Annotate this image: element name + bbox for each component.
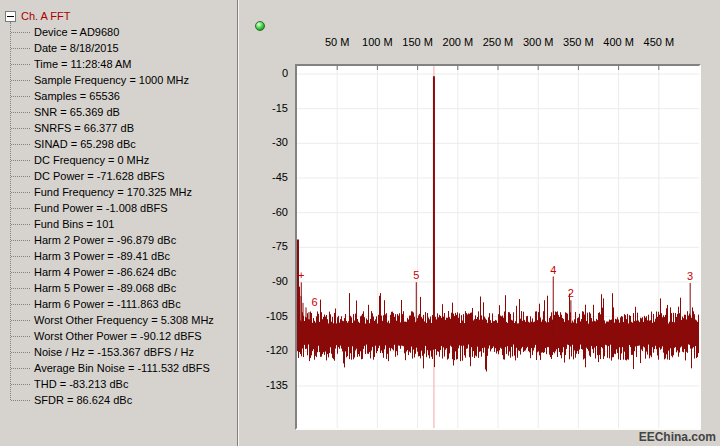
- harmonic-marker-label: 5: [413, 269, 419, 281]
- tree-item[interactable]: Device = AD9680: [4, 24, 214, 40]
- collapse-icon[interactable]: [5, 11, 16, 22]
- tree-item[interactable]: Harm 6 Power = -111.863 dBc: [4, 296, 214, 312]
- tree-item[interactable]: Time = 11:28:48 AM: [4, 56, 214, 72]
- plot-panel: 50 M100 M150 M200 M250 M300 M350 M400 M4…: [240, 0, 720, 446]
- tree-item[interactable]: SNRFS = 66.377 dB: [4, 120, 214, 136]
- fft-plot-area[interactable]: +65423: [295, 64, 701, 430]
- tree-item[interactable]: Harm 4 Power = -86.624 dBc: [4, 264, 214, 280]
- y-axis-tick-label: 0: [240, 67, 288, 80]
- x-axis-tick-label: 400 M: [603, 36, 634, 48]
- results-tree: Ch. A FFT Device = AD9680Date = 8/18/201…: [4, 8, 214, 408]
- y-axis-tick-label: -105: [240, 310, 288, 323]
- tree-item[interactable]: THD = -83.213 dBc: [4, 376, 214, 392]
- tree-item[interactable]: Worst Other Power = -90.12 dBFS: [4, 328, 214, 344]
- tree-item[interactable]: Harm 5 Power = -89.068 dBc: [4, 280, 214, 296]
- x-axis-tick-label: 150 M: [402, 36, 433, 48]
- harmonic-marker-label: 4: [550, 264, 556, 276]
- x-axis-tick-label: 250 M: [483, 36, 514, 48]
- panel-splitter[interactable]: [237, 0, 238, 446]
- tree-item[interactable]: Worst Other Frequency = 5.308 MHz: [4, 312, 214, 328]
- tree-item[interactable]: Noise / Hz = -153.367 dBFS / Hz: [4, 344, 214, 360]
- watermark: EEChina.com: [639, 430, 716, 444]
- y-axis-tick-label: -75: [240, 240, 288, 253]
- x-axis-tick-label: 200 M: [443, 36, 474, 48]
- tree-item[interactable]: Date = 8/18/2015: [4, 40, 214, 56]
- tree-item[interactable]: SNR = 65.369 dB: [4, 104, 214, 120]
- x-axis-tick-label: 450 M: [644, 36, 675, 48]
- y-axis-tick-label: -90: [240, 275, 288, 288]
- x-axis-tick-label: 350 M: [563, 36, 594, 48]
- y-axis-tick-label: -30: [240, 136, 288, 149]
- tree-item[interactable]: Harm 2 Power = -96.879 dBc: [4, 232, 214, 248]
- tree-item[interactable]: DC Frequency = 0 MHz: [4, 152, 214, 168]
- y-axis-tick-label: -15: [240, 102, 288, 115]
- tree-item[interactable]: Average Bin Noise = -111.532 dBFS: [4, 360, 214, 376]
- tree-item[interactable]: SFDR = 86.624 dBc: [4, 392, 214, 408]
- tree-item[interactable]: Fund Bins = 101: [4, 216, 214, 232]
- y-axis-tick-label: -120: [240, 344, 288, 357]
- x-axis-tick-label: 100 M: [362, 36, 393, 48]
- x-axis-tick-label: 50 M: [325, 36, 349, 48]
- fft-plot: +65423: [297, 66, 699, 428]
- tree-item[interactable]: Harm 3 Power = -89.41 dBc: [4, 248, 214, 264]
- harmonic-marker-label: +: [298, 269, 304, 281]
- y-axis-tick-label: -135: [240, 379, 288, 392]
- y-axis-tick-label: -60: [240, 206, 288, 219]
- tree-item[interactable]: Samples = 65536: [4, 88, 214, 104]
- harmonic-marker-label: 6: [312, 296, 318, 308]
- tree-item[interactable]: Fund Power = -1.008 dBFS: [4, 200, 214, 216]
- harmonic-marker-label: 2: [568, 287, 574, 299]
- tree-root-node[interactable]: Ch. A FFT: [4, 8, 214, 24]
- y-axis-tick-label: -45: [240, 171, 288, 184]
- tree-item[interactable]: SINAD = 65.298 dBc: [4, 136, 214, 152]
- x-axis-tick-label: 300 M: [523, 36, 554, 48]
- harmonic-marker-label: 3: [687, 270, 693, 282]
- tree-root-label: Ch. A FFT: [21, 10, 71, 22]
- tree-item[interactable]: Sample Frequency = 1000 MHz: [4, 72, 214, 88]
- results-tree-panel: Ch. A FFT Device = AD9680Date = 8/18/201…: [0, 0, 237, 446]
- status-led: [255, 21, 265, 31]
- tree-item[interactable]: Fund Frequency = 170.325 MHz: [4, 184, 214, 200]
- fft-analyzer-window: Ch. A FFT Device = AD9680Date = 8/18/201…: [0, 0, 720, 446]
- tree-item[interactable]: DC Power = -71.628 dBFS: [4, 168, 214, 184]
- tree-item-list: Device = AD9680Date = 8/18/2015Time = 11…: [4, 24, 214, 408]
